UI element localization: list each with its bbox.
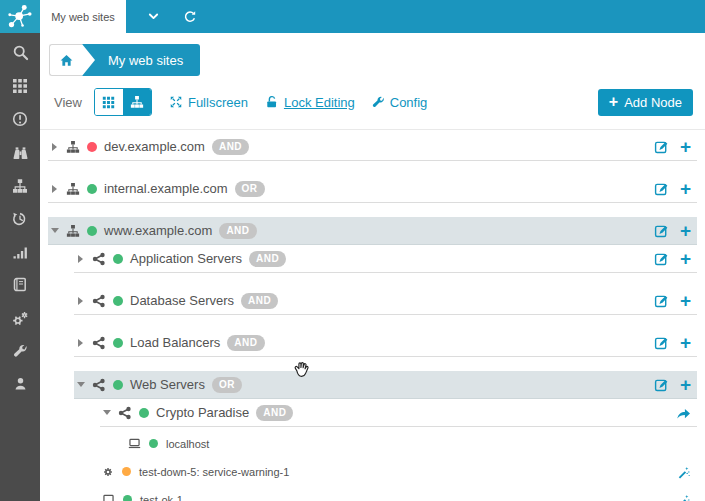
config-label: Config: [390, 95, 428, 110]
status-dot-critical: [87, 142, 97, 152]
status-dot-ok: [113, 254, 123, 264]
tree-row-internal-example-com[interactable]: internal.example.com OR +: [48, 175, 697, 203]
tree-row-load-balancers[interactable]: Load Balancers AND +: [74, 329, 697, 357]
tree-row-dev-example-com[interactable]: dev.example.com AND +: [48, 133, 697, 161]
add-child-icon[interactable]: +: [680, 182, 691, 196]
app-sidebar: [0, 0, 40, 501]
refresh-icon[interactable]: [183, 0, 197, 33]
main-content: My web sites View Fullscreen Lock Editin…: [40, 33, 705, 501]
add-child-icon[interactable]: +: [680, 294, 691, 308]
row-actions: +: [654, 181, 691, 196]
dashboard-icon[interactable]: [12, 78, 28, 94]
edit-icon[interactable]: [654, 377, 669, 392]
fullscreen-link[interactable]: Fullscreen: [169, 95, 248, 110]
add-child-icon[interactable]: +: [680, 252, 691, 266]
expand-caret-icon[interactable]: [76, 339, 85, 347]
user-icon[interactable]: [13, 376, 28, 391]
service-gear-icon: [102, 466, 114, 478]
tree-row-test-down-5[interactable]: test-down-5: service-warning-1: [100, 460, 697, 483]
tree-row-web-servers[interactable]: Web Servers OR +: [74, 371, 697, 399]
add-node-label: Add Node: [624, 95, 682, 110]
simulation-wand-icon[interactable]: [677, 465, 691, 479]
add-node-button[interactable]: +Add Node: [598, 89, 693, 116]
tree-row-www-example-com[interactable]: www.example.com AND +: [48, 217, 697, 245]
node-label: localhost: [166, 438, 209, 450]
view-tree-button[interactable]: [123, 89, 151, 115]
documentation-icon[interactable]: [12, 277, 28, 293]
node-label: Application Servers: [130, 251, 242, 266]
add-child-icon[interactable]: +: [680, 336, 691, 350]
edit-icon[interactable]: [654, 251, 669, 266]
tree-row-database-servers[interactable]: Database Servers AND +: [74, 287, 697, 315]
tree-row-localhost[interactable]: localhost: [126, 432, 697, 455]
breadcrumb-current[interactable]: My web sites: [82, 44, 200, 76]
problems-icon[interactable]: [12, 111, 28, 127]
collapse-caret-icon[interactable]: [102, 410, 111, 415]
history-icon[interactable]: [12, 211, 28, 227]
row-actions: [675, 405, 691, 421]
chevron-down-icon[interactable]: [147, 0, 160, 33]
edit-icon[interactable]: [654, 223, 669, 238]
tree-row-application-servers[interactable]: Application Servers AND +: [74, 245, 697, 273]
status-dot-ok: [149, 439, 158, 448]
expand-caret-icon[interactable]: [50, 143, 59, 151]
node-label: test-down-5: service-warning-1: [139, 466, 289, 478]
operator-badge: AND: [212, 139, 249, 155]
add-child-icon[interactable]: +: [680, 378, 691, 392]
row-actions: +: [654, 251, 691, 266]
forward-arrow-icon[interactable]: [675, 405, 691, 421]
wrench-icon[interactable]: [13, 344, 28, 359]
add-child-icon[interactable]: +: [680, 140, 691, 154]
tree-row-test-ok-1[interactable]: test-ok-1: [100, 488, 697, 501]
status-dot-ok: [113, 296, 123, 306]
sitemap-icon: [66, 182, 80, 196]
toolbar: View Fullscreen Lock Editing Config +Add…: [40, 85, 705, 130]
row-actions: [677, 493, 691, 501]
edit-icon[interactable]: [654, 181, 669, 196]
process-tree: dev.example.com AND + internal.example.c…: [48, 133, 697, 501]
app-logo[interactable]: [0, 0, 40, 33]
simulation-wand-icon[interactable]: [677, 493, 691, 501]
cluster-icon: [92, 294, 106, 308]
top-tab-bar: My web sites: [40, 0, 705, 33]
active-tab[interactable]: My web sites: [40, 0, 126, 33]
overview-binoculars-icon[interactable]: [12, 144, 29, 161]
config-link[interactable]: Config: [372, 95, 428, 110]
reporting-icon[interactable]: [12, 244, 28, 260]
lock-editing-link[interactable]: Lock Editing: [265, 95, 355, 110]
breadcrumb-home-button[interactable]: [49, 44, 82, 76]
add-child-icon[interactable]: +: [680, 224, 691, 238]
cluster-icon: [92, 252, 106, 266]
status-dot-ok: [113, 380, 123, 390]
search-icon[interactable]: [12, 44, 29, 61]
edit-icon[interactable]: [654, 335, 669, 350]
fullscreen-label: Fullscreen: [188, 95, 248, 110]
status-dot-ok: [87, 184, 97, 194]
collapse-caret-icon[interactable]: [76, 382, 85, 387]
edit-icon[interactable]: [654, 293, 669, 308]
expand-caret-icon[interactable]: [76, 297, 85, 305]
row-actions: +: [654, 223, 691, 238]
node-label: internal.example.com: [104, 181, 228, 196]
node-label: www.example.com: [104, 223, 212, 238]
expand-caret-icon[interactable]: [50, 185, 59, 193]
breadcrumb-current-label: My web sites: [108, 53, 183, 68]
expand-caret-icon[interactable]: [76, 255, 85, 263]
operator-badge: AND: [227, 335, 264, 351]
view-tile-button[interactable]: [95, 89, 123, 115]
status-dot-ok: [87, 226, 97, 236]
sitemap-icon: [66, 224, 80, 238]
business-process-icon[interactable]: [12, 178, 28, 194]
breadcrumb: My web sites: [49, 44, 697, 76]
system-gears-icon[interactable]: [12, 310, 29, 327]
tree-row-crypto-paradise[interactable]: Crypto Paradise AND: [100, 399, 697, 427]
collapse-caret-icon[interactable]: [50, 228, 59, 233]
home-icon: [59, 53, 74, 68]
row-actions: +: [654, 377, 691, 392]
operator-badge: OR: [235, 181, 265, 197]
icinga-logo-icon: [3, 2, 37, 31]
row-actions: +: [654, 139, 691, 154]
operator-badge: OR: [212, 377, 242, 393]
edit-icon[interactable]: [654, 139, 669, 154]
status-dot-ok: [123, 495, 132, 501]
